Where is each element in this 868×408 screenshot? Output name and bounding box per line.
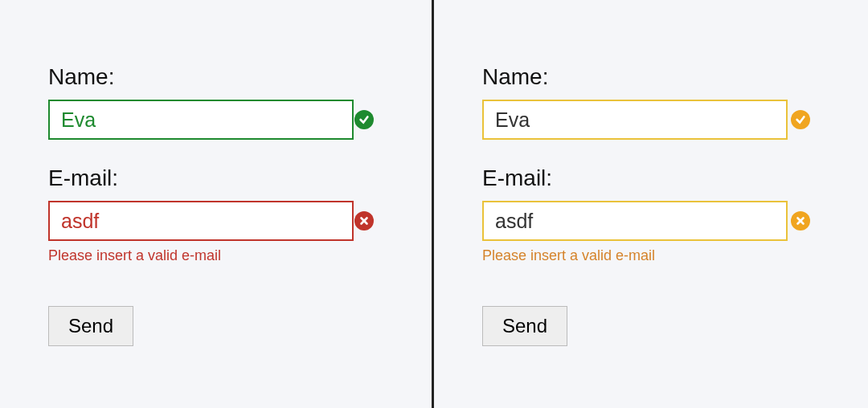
- form-panel-monochrome: Name: E-mail: Please insert a valid e-ma…: [434, 0, 868, 408]
- email-field-block: E-mail: Please insert a valid e-mail: [48, 165, 383, 264]
- form-panel-colorcoded: Name: E-mail: Please insert a valid e-ma…: [0, 0, 434, 408]
- check-icon: [354, 110, 374, 129]
- name-field-block: Name:: [482, 64, 820, 140]
- x-icon: [791, 211, 810, 231]
- email-label: E-mail:: [48, 165, 383, 191]
- name-label: Name:: [482, 64, 820, 90]
- send-button[interactable]: Send: [482, 306, 567, 346]
- email-input-wrap: [48, 201, 383, 241]
- name-input-wrap: [482, 100, 820, 140]
- email-input[interactable]: [482, 201, 788, 241]
- send-button[interactable]: Send: [48, 306, 133, 346]
- name-input[interactable]: [482, 100, 788, 140]
- name-label: Name:: [48, 64, 383, 90]
- name-input-wrap: [48, 100, 383, 140]
- name-field-block: Name:: [48, 64, 383, 140]
- email-input[interactable]: [48, 201, 354, 241]
- email-error-message: Please insert a valid e-mail: [482, 247, 820, 264]
- check-icon: [791, 110, 810, 129]
- name-input[interactable]: [48, 100, 354, 140]
- x-icon: [354, 211, 374, 231]
- email-input-wrap: [482, 201, 820, 241]
- email-label: E-mail:: [482, 165, 820, 191]
- email-error-message: Please insert a valid e-mail: [48, 247, 383, 264]
- email-field-block: E-mail: Please insert a valid e-mail: [482, 165, 820, 264]
